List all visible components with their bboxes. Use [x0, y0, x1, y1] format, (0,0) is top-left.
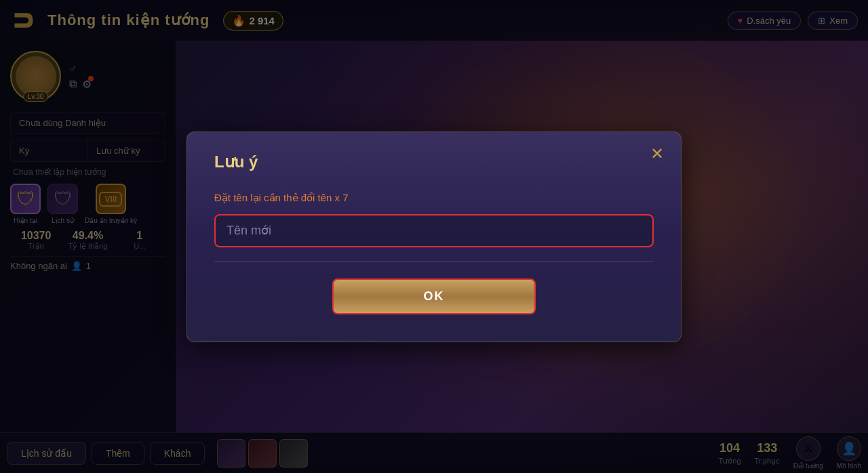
- modal-overlay: Lưu ý ✕ Đặt tên lại cần thẻ đổi tên x 7 …: [0, 0, 868, 473]
- modal-close-button[interactable]: ✕: [650, 146, 664, 162]
- new-name-input[interactable]: [226, 224, 642, 238]
- rename-modal: Lưu ý ✕ Đặt tên lại cần thẻ đổi tên x 7 …: [186, 131, 682, 342]
- ok-button[interactable]: OK: [332, 279, 536, 314]
- modal-input-wrapper: [214, 214, 654, 247]
- modal-divider: [214, 261, 654, 262]
- modal-title: Lưu ý: [214, 152, 654, 171]
- modal-note: Đặt tên lại cần thẻ đổi tên x 7: [214, 192, 654, 204]
